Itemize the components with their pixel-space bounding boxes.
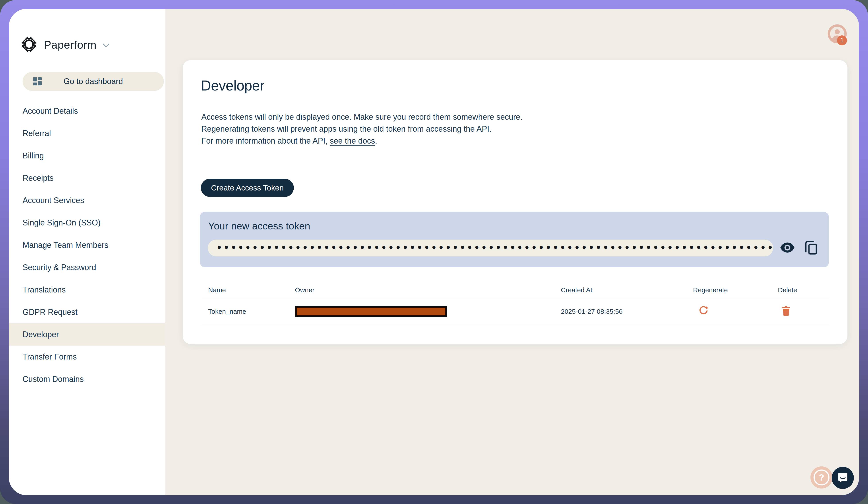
sidebar-item-referral[interactable]: Referral (9, 122, 165, 145)
sidebar-item-developer[interactable]: Developer (9, 323, 165, 346)
access-token-field[interactable]: ••••••••••••••••••••••••••••••••••••••••… (208, 240, 773, 256)
table-header-row: NameOwnerCreated AtRegenerateDelete (201, 282, 830, 298)
sidebar-item-security-password[interactable]: Security & Password (9, 256, 165, 279)
sidebar-item-manage-team-members[interactable]: Manage Team Members (9, 234, 165, 256)
go-to-dashboard-label: Go to dashboard (23, 72, 164, 91)
redacted-owner (295, 306, 447, 317)
tokens-table: NameOwnerCreated AtRegenerateDelete Toke… (201, 282, 830, 325)
table-header-regenerate: Regenerate (693, 286, 776, 294)
user-avatar[interactable]: 1 (828, 24, 847, 43)
sidebar-item-billing[interactable]: Billing (9, 145, 165, 167)
sidebar-item-account-details[interactable]: Account Details (9, 100, 165, 122)
main-area: 1 Developer Access tokens will only be d… (165, 9, 859, 495)
chat-bubble-icon (837, 472, 848, 484)
description-line: Access tokens will only be displayed onc… (201, 111, 523, 123)
table-row: Token_name 2025-01-27 08:35:56 (201, 298, 830, 325)
table-header-delete: Delete (776, 286, 830, 294)
sidebar-item-gdpr-request[interactable]: GDPR Request (9, 301, 165, 323)
token-delete-cell (776, 306, 830, 317)
table-header-owner: Owner (295, 286, 560, 294)
token-regenerate-cell (693, 306, 776, 317)
sidebar-item-single-sign-on-sso[interactable]: Single Sign-On (SSO) (9, 211, 165, 234)
table-divider (201, 325, 830, 325)
description-line: Regenerating tokens will prevent apps us… (201, 123, 523, 135)
description-line: For more information about the API, see … (201, 135, 523, 147)
app-content: Paperform Go to dashboard Account Detail… (9, 9, 859, 495)
help-button[interactable]: ? (810, 466, 833, 489)
chevron-down-icon[interactable] (103, 41, 110, 48)
app-window: Paperform Go to dashboard Account Detail… (0, 0, 868, 504)
brand[interactable]: Paperform (20, 35, 108, 55)
sidebar-item-translations[interactable]: Translations (9, 279, 165, 301)
regenerate-icon[interactable] (699, 306, 709, 317)
sidebar-nav: Account DetailsReferralBillingReceiptsAc… (9, 100, 165, 390)
sidebar-item-custom-domains[interactable]: Custom Domains (9, 368, 165, 390)
brand-name: Paperform (44, 39, 96, 51)
token-name-cell: Token_name (201, 308, 295, 315)
developer-card: Developer Access tokens will only be dis… (183, 60, 847, 344)
delete-trash-icon[interactable] (782, 306, 790, 317)
new-access-token-panel: Your new access token ••••••••••••••••••… (200, 212, 829, 267)
chat-widget-button[interactable] (832, 467, 854, 489)
table-header-created-at: Created At (560, 286, 693, 294)
paperform-logo-icon (20, 35, 38, 55)
copy-token-icon[interactable] (805, 241, 817, 255)
sidebar-item-receipts[interactable]: Receipts (9, 167, 165, 189)
description: Access tokens will only be displayed onc… (201, 111, 523, 147)
reveal-token-eye-icon[interactable] (780, 242, 795, 253)
table-header-name: Name (201, 286, 295, 294)
page-title: Developer (201, 77, 265, 94)
sidebar: Paperform Go to dashboard Account Detail… (9, 9, 165, 495)
token-panel-title: Your new access token (208, 220, 310, 232)
see-the-docs-link[interactable]: see the docs (330, 136, 375, 145)
sidebar-item-account-services[interactable]: Account Services (9, 189, 165, 211)
notification-badge: 1 (837, 35, 847, 45)
go-to-dashboard-button[interactable]: Go to dashboard (23, 72, 164, 91)
question-mark-icon: ? (814, 470, 829, 485)
token-created-at-cell: 2025-01-27 08:35:56 (560, 308, 693, 315)
sidebar-item-transfer-forms[interactable]: Transfer Forms (9, 346, 165, 368)
token-owner-cell (295, 306, 560, 317)
create-access-token-button[interactable]: Create Access Token (201, 179, 294, 197)
